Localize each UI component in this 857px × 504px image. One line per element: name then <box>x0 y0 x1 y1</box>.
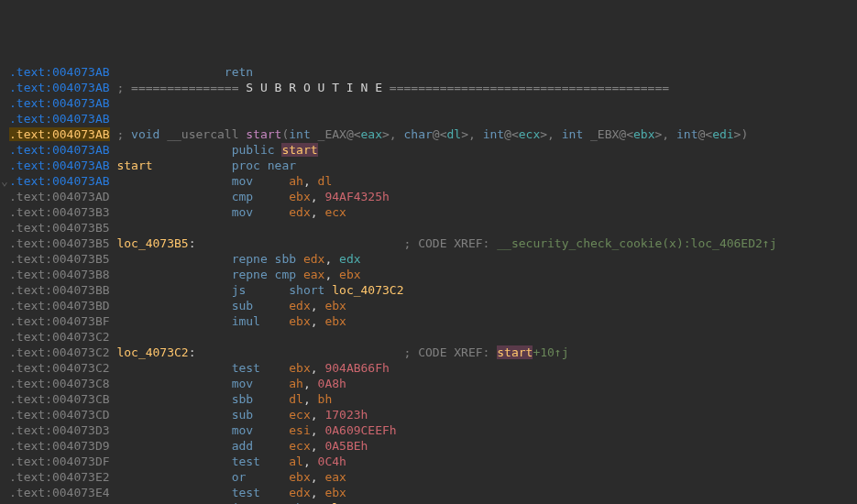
address-label[interactable]: .text:004073E2 <box>9 470 110 484</box>
code-line[interactable]: .text:004073AB <box>0 111 857 126</box>
code-token: mov <box>232 174 253 188</box>
fold-gutter-icon <box>0 282 9 298</box>
code-line[interactable]: .text:004073BF imul ebx, ebx <box>0 313 857 329</box>
code-line[interactable]: .text:004073AD cmp ebx, 94AF4325h <box>0 189 857 204</box>
code-token: ebx <box>633 127 654 141</box>
address-label[interactable]: .text:004073DF <box>9 455 110 468</box>
code-line[interactable]: .text:004073C8 mov ah, 0A8h <box>0 376 857 391</box>
code-token: char <box>404 127 433 141</box>
code-line[interactable]: .text:004073E6 jo short loc_4073F1 <box>0 500 857 504</box>
code-line[interactable]: .text:004073AB public start <box>0 142 857 158</box>
code-line[interactable]: .text:004073C2 test ebx, 904AB66Fh <box>0 360 857 376</box>
code-token: +10↑j <box>533 345 568 359</box>
address-label[interactable]: .text:004073C2 <box>9 361 110 375</box>
address-label[interactable]: .text:004073C8 <box>9 377 110 390</box>
code-token: _EBX@< <box>583 127 633 141</box>
address-label[interactable]: .text:004073AB <box>9 81 110 94</box>
code-token: ebx <box>324 314 346 328</box>
address-label[interactable]: .text:004073B3 <box>9 205 110 219</box>
fold-gutter-icon <box>0 111 9 126</box>
address-label[interactable]: .text:004073CB <box>9 392 110 406</box>
code-token <box>253 392 289 406</box>
code-line[interactable]: .text:004073B3 mov edx, ecx <box>0 204 857 220</box>
code-line[interactable]: .text:004073CD sub ecx, 17023h <box>0 407 857 422</box>
address-label[interactable]: .text:004073AB <box>9 143 110 157</box>
address-label[interactable]: .text:004073C2 <box>9 345 110 359</box>
code-token <box>260 455 289 468</box>
address-label[interactable]: .text:004073B5 <box>9 236 110 250</box>
code-token: : <box>189 345 196 359</box>
code-token: bh <box>318 392 333 406</box>
code-line[interactable]: .text:004073B8 repne cmp eax, ebx <box>0 267 857 282</box>
code-token: edx <box>289 299 310 312</box>
code-line[interactable]: .text:004073E4 test edx, ebx <box>0 485 857 500</box>
code-token <box>196 345 404 359</box>
address-label[interactable]: .text:004073B5 <box>9 252 110 266</box>
code-token: cmp <box>232 190 253 203</box>
code-token <box>110 283 232 297</box>
fold-gutter-icon <box>0 64 9 80</box>
code-token: al <box>289 455 303 468</box>
address-label[interactable]: .text:004073AB <box>9 159 110 172</box>
code-line[interactable]: .text:004073BB js short loc_4073C2 <box>0 282 857 298</box>
code-token <box>253 408 289 422</box>
code-token <box>296 252 303 266</box>
address-label[interactable]: .text:004073B8 <box>9 268 110 281</box>
code-line[interactable]: .text:004073AB ; void __usercall start(i… <box>0 126 857 142</box>
fold-gutter-icon <box>0 391 9 407</box>
code-line[interactable]: .text:004073E2 or ebx, eax <box>0 469 857 485</box>
address-label[interactable]: .text:004073AB <box>9 65 110 79</box>
code-line[interactable]: .text:004073AB retn <box>0 64 857 80</box>
address-label[interactable]: .text:004073E4 <box>9 486 110 499</box>
fold-gutter-icon[interactable]: ⌄ <box>0 173 9 189</box>
code-line[interactable]: .text:004073DF test al, 0C4h <box>0 454 857 469</box>
code-token: S U B R O U T I N E <box>246 81 382 94</box>
code-token: loc_4073C2 <box>332 283 403 297</box>
code-line[interactable]: .text:004073CB sbb dl, bh <box>0 391 857 407</box>
code-token: ======================================= <box>382 81 669 94</box>
address-label[interactable]: .text:004073AB <box>9 96 110 110</box>
code-line[interactable]: .text:004073C2 loc_4073C2: ; CODE XREF: … <box>0 345 857 360</box>
code-token: ebx <box>339 268 360 281</box>
address-label[interactable]: .text:004073BF <box>9 314 110 328</box>
code-token <box>296 268 303 281</box>
code-line[interactable]: .text:004073BD sub edx, ebx <box>0 298 857 313</box>
code-token: js <box>232 283 247 297</box>
code-line[interactable]: .text:004073AB <box>0 95 857 111</box>
code-line[interactable]: .text:004073D3 mov esi, 0A609CEEFh <box>0 422 857 438</box>
code-token: ecx <box>289 408 310 422</box>
code-token: edi <box>712 127 733 141</box>
code-token: test <box>232 455 260 468</box>
code-token: @< <box>698 127 712 141</box>
fold-gutter-icon <box>0 158 9 173</box>
code-line[interactable]: .text:004073C2 <box>0 329 857 345</box>
disassembly-view[interactable]: .text:004073AB retn .text:004073AB ; ===… <box>0 64 857 504</box>
code-line[interactable]: ⌄.text:004073AB mov ah, dl <box>0 173 857 189</box>
address-label[interactable]: .text:004073AB <box>9 174 110 188</box>
address-label[interactable]: .text:004073C2 <box>9 330 110 344</box>
address-label[interactable]: .text:004073BD <box>9 299 110 312</box>
address-label[interactable]: .text:004073D3 <box>9 423 110 437</box>
code-line[interactable]: .text:004073B5 loc_4073B5: ; CODE XREF: … <box>0 236 857 251</box>
code-token: @< <box>504 127 519 141</box>
address-label[interactable]: .text:004073BB <box>9 283 110 297</box>
code-token: , <box>311 205 325 219</box>
address-label[interactable]: .text:004073AD <box>9 190 110 203</box>
code-token <box>110 205 232 219</box>
code-line[interactable]: .text:004073D9 add ecx, 0A5BEh <box>0 438 857 454</box>
code-line[interactable]: .text:004073AB start proc near <box>0 158 857 173</box>
code-token <box>253 377 289 390</box>
code-line[interactable]: .text:004073B5 repne sbb edx, edx <box>0 251 857 267</box>
code-token: sub <box>232 408 253 422</box>
address-label[interactable]: .text:004073AB <box>9 127 110 141</box>
code-token: , <box>324 252 339 266</box>
code-token: dl <box>446 127 461 141</box>
code-line[interactable]: .text:004073AB ; =============== S U B R… <box>0 80 857 95</box>
code-token: edx <box>289 205 310 219</box>
code-line[interactable]: .text:004073B5 <box>0 220 857 236</box>
address-label[interactable]: .text:004073D9 <box>9 439 110 453</box>
address-label[interactable]: .text:004073CD <box>9 408 110 422</box>
code-token <box>110 392 232 406</box>
address-label[interactable]: .text:004073B5 <box>9 221 110 235</box>
address-label[interactable]: .text:004073AB <box>9 112 110 126</box>
